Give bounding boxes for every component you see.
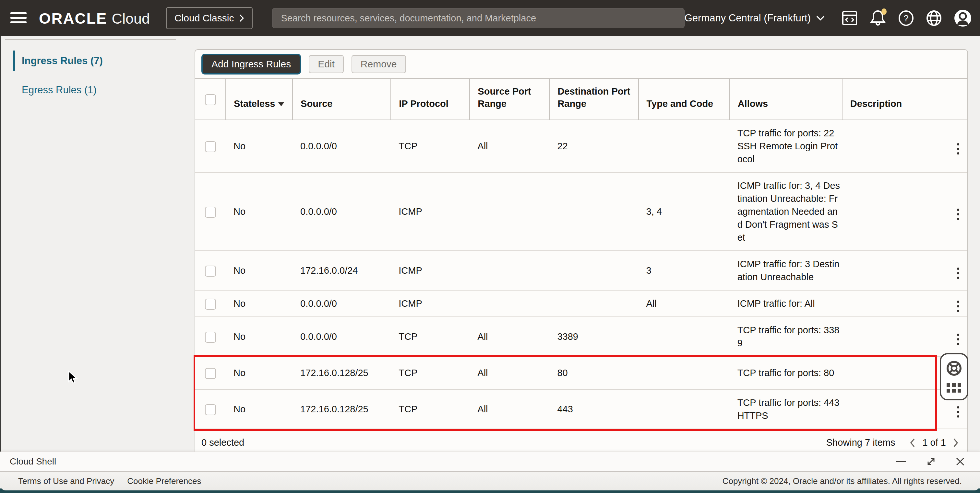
- cell-type_and_code: [638, 356, 730, 389]
- cell-allows: TCP traffic for ports: 3389: [730, 317, 842, 356]
- svg-text:?: ?: [904, 13, 908, 23]
- chevron-down-icon: [816, 15, 825, 21]
- cloud-shell-controls: [896, 456, 965, 467]
- sidebar-item-label: Egress Rules (1): [22, 84, 97, 95]
- cell-description: [842, 356, 949, 389]
- cell-description: [842, 389, 949, 428]
- brand-cloud: Cloud: [111, 10, 150, 27]
- table-row: No172.16.0.128/25TCPAll80TCP traffic for…: [195, 356, 967, 389]
- table-header-row: Stateless Source IP Protocol Source Port…: [195, 78, 967, 120]
- region-selector[interactable]: Germany Central (Frankfurt): [684, 12, 825, 24]
- row-checkbox-cell: [195, 290, 226, 317]
- brand-oracle: ORACLE: [39, 10, 107, 27]
- table-row: No0.0.0.0/0ICMPAllICMP traffic for: All: [195, 290, 967, 317]
- row-checkbox[interactable]: [205, 368, 216, 379]
- kebab-menu-icon[interactable]: [955, 404, 961, 420]
- row-checkbox[interactable]: [205, 266, 216, 277]
- search-input[interactable]: [272, 13, 684, 24]
- column-header-description: Description: [842, 78, 967, 120]
- copyright-text: Copyright © 2024, Oracle and/or its affi…: [722, 476, 962, 486]
- cell-ip_protocol: TCP: [391, 356, 469, 389]
- select-all-cell: [195, 78, 226, 120]
- column-header-allows: Allows: [730, 78, 842, 120]
- table-row: No0.0.0.0/0TCPAll3389TCP traffic for por…: [195, 317, 967, 356]
- cell-allows: TCP traffic for ports: 80: [730, 356, 842, 389]
- sidebar-nav: Ingress Rules (7) Egress Rules (1): [13, 36, 182, 100]
- cell-source: 0.0.0.0/0: [293, 120, 391, 172]
- notification-badge: [881, 8, 887, 15]
- row-checkbox[interactable]: [205, 299, 216, 310]
- sidebar-item-ingress-rules[interactable]: Ingress Rules (7): [13, 51, 182, 71]
- showing-items-label: Showing 7 items: [826, 437, 896, 448]
- cloud-classic-button[interactable]: Cloud Classic: [166, 7, 253, 29]
- cell-description: [842, 251, 949, 290]
- floating-assist-widget: [940, 353, 968, 400]
- cell-source_port_range: [469, 172, 549, 251]
- cell-source_port_range: [469, 290, 549, 317]
- column-header-stateless[interactable]: Stateless: [226, 78, 293, 120]
- cell-ip_protocol: ICMP: [391, 172, 469, 251]
- row-actions-cell: [949, 120, 967, 172]
- oracle-cloud-logo[interactable]: ORACLE Cloud: [39, 10, 150, 27]
- notifications-bell-icon[interactable]: [870, 10, 886, 27]
- selected-count: 0 selected: [201, 437, 244, 448]
- cell-description: [842, 290, 949, 317]
- sidebar-item-egress-rules[interactable]: Egress Rules (1): [13, 80, 182, 100]
- add-ingress-rules-button[interactable]: Add Ingress Rules: [201, 54, 301, 75]
- cell-source: 0.0.0.0/0: [293, 290, 391, 317]
- language-globe-icon[interactable]: [926, 10, 942, 26]
- cell-ip_protocol: ICMP: [391, 290, 469, 317]
- next-page-icon[interactable]: [951, 437, 960, 449]
- cell-destination_port_range: [549, 172, 638, 251]
- ingress-rules-table: Stateless Source IP Protocol Source Port…: [195, 78, 967, 428]
- kebab-menu-icon[interactable]: [955, 207, 961, 222]
- row-checkbox-cell: [195, 120, 226, 172]
- cell-allows: ICMP traffic for: All: [730, 290, 842, 317]
- row-checkbox-cell: [195, 317, 226, 356]
- cell-stateless: No: [226, 389, 293, 428]
- cloud-shell-bar: Cloud Shell: [0, 452, 980, 471]
- hamburger-menu-icon[interactable]: [8, 10, 29, 27]
- pagination: Showing 7 items 1 of 1: [826, 437, 960, 449]
- global-search: [272, 8, 684, 28]
- row-checkbox-cell: [195, 356, 226, 389]
- cell-source: 172.16.0.128/25: [293, 389, 391, 428]
- column-header-type-and-code: Type and Code: [638, 78, 730, 120]
- remove-button[interactable]: Remove: [352, 55, 406, 73]
- cell-source: 172.16.0.128/25: [293, 356, 391, 389]
- cell-type_and_code: 3, 4: [638, 172, 730, 251]
- cell-source_port_range: [469, 251, 549, 290]
- select-all-checkbox[interactable]: [205, 94, 216, 105]
- row-checkbox[interactable]: [205, 141, 216, 152]
- kebab-menu-icon[interactable]: [955, 266, 961, 281]
- cloud-shell-title: Cloud Shell: [10, 457, 56, 467]
- cookie-preferences-link[interactable]: Cookie Preferences: [127, 476, 201, 486]
- row-checkbox[interactable]: [205, 207, 216, 218]
- user-profile-icon[interactable]: [954, 10, 972, 27]
- terms-link[interactable]: Terms of Use and Privacy: [18, 476, 114, 486]
- cell-source: 0.0.0.0/0: [293, 317, 391, 356]
- close-icon[interactable]: [955, 457, 965, 466]
- kebab-menu-icon[interactable]: [955, 332, 961, 347]
- minimize-icon[interactable]: [896, 460, 907, 463]
- page-indicator: 1 of 1: [922, 437, 946, 448]
- cell-source_port_range: All: [469, 389, 549, 428]
- help-icon[interactable]: ?: [898, 10, 914, 26]
- row-checkbox[interactable]: [205, 332, 216, 343]
- kebab-menu-icon[interactable]: [955, 299, 961, 314]
- apps-grid-icon[interactable]: [946, 382, 962, 393]
- edit-button[interactable]: Edit: [309, 55, 344, 73]
- topbar-actions: Germany Central (Frankfurt) ?: [684, 10, 972, 27]
- row-checkbox[interactable]: [205, 404, 216, 415]
- developer-console-icon[interactable]: [842, 11, 858, 25]
- expand-icon[interactable]: [926, 456, 937, 467]
- kebab-menu-icon[interactable]: [955, 141, 961, 157]
- cell-type_and_code: 3: [638, 251, 730, 290]
- cell-stateless: No: [226, 356, 293, 389]
- top-nav: ORACLE Cloud Cloud Classic Germany Centr…: [0, 0, 980, 36]
- previous-page-icon[interactable]: [908, 437, 917, 449]
- support-lifering-icon[interactable]: [946, 360, 963, 377]
- cell-description: [842, 120, 949, 172]
- footer-links: Terms of Use and Privacy Cookie Preferen…: [18, 476, 201, 486]
- row-actions-cell: [949, 290, 967, 317]
